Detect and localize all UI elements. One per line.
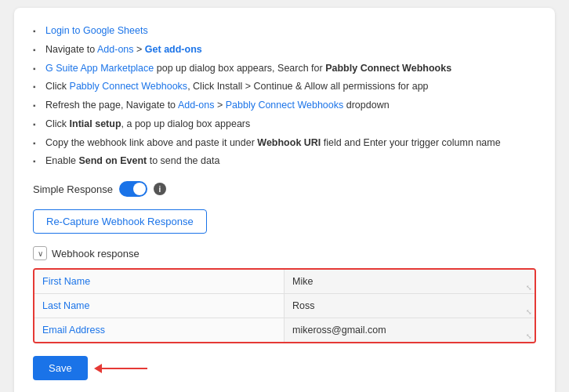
info-icon[interactable]: i — [154, 183, 166, 195]
simple-response-row: Simple Response i — [33, 181, 536, 197]
field-value-first-name[interactable]: Mike ⤡ — [284, 270, 535, 293]
recapture-webhook-button[interactable]: Re-Capture Webhook Response — [33, 209, 207, 234]
webhook-uri-bold: Webhook URI — [257, 137, 321, 148]
pabbly-link[interactable]: Pabbly Connect Webhooks — [70, 81, 188, 92]
send-text: to send the data — [147, 155, 219, 166]
dropdown-text: dropdown — [343, 100, 389, 111]
list-item: Copy the webhook link above and paste it… — [33, 136, 536, 151]
send-on-event-bold: Send on Event — [78, 155, 147, 166]
field-label-email: Email Address — [34, 318, 284, 342]
table-row: Email Address mikeross@gmail.com ⤡ — [34, 318, 535, 342]
gsuite-link[interactable]: G Suite App Marketplace — [45, 63, 154, 74]
pabbly-bold: Pabbly Connect Webhooks — [325, 63, 451, 74]
popup-text2: , a pop up dialog box appears — [121, 118, 251, 129]
list-item: Click Intial setup, a pop up dialog box … — [33, 117, 536, 132]
main-card: Login to Google Sheets Navigate to Add-o… — [14, 8, 555, 392]
enable-text: Enable — [45, 155, 78, 166]
nav-text: Navigate to — [45, 44, 97, 55]
install-text: , Click Install > Continue & Allow all p… — [187, 81, 428, 92]
addons-link2[interactable]: Add-ons — [178, 100, 215, 111]
webhook-section: ∨ Webhook response First Name Mike ⤡ Las… — [33, 246, 536, 343]
simple-response-toggle[interactable] — [119, 181, 147, 197]
field-value-email[interactable]: mikeross@gmail.com ⤡ — [284, 318, 535, 342]
save-button[interactable]: Save — [33, 356, 88, 380]
list-item: Enable Send on Event to send the data — [33, 154, 536, 169]
field-value-last-name[interactable]: Ross ⤡ — [284, 294, 535, 318]
list-item: Refresh the page, Navigate to Add-ons > … — [33, 98, 536, 113]
list-item: Click Pabbly Connect Webhooks, Click Ins… — [33, 79, 536, 94]
chevron-down-icon[interactable]: ∨ — [33, 246, 47, 260]
field-label-first-name: First Name — [34, 270, 284, 293]
click-text2: Click — [45, 118, 70, 129]
arrow-indicator — [100, 368, 147, 369]
resize-handle: ⤡ — [526, 308, 532, 316]
popup-text: pop up dialog box appears, Search for — [154, 63, 325, 74]
refresh-text: Refresh the page, Navigate to — [45, 100, 178, 111]
list-item: Navigate to Add-ons > Get add-ons — [33, 42, 536, 57]
webhook-header-label: Webhook response — [52, 248, 140, 260]
click-text: Click — [45, 81, 70, 92]
arrow-icon — [100, 368, 147, 369]
list-item: Login to Google Sheets — [33, 24, 536, 38]
login-link[interactable]: Login to Google Sheets — [45, 25, 148, 36]
field-text: field and Enter your trigger column name — [321, 137, 500, 148]
table-row: First Name Mike ⤡ — [34, 270, 535, 294]
pabbly-link2[interactable]: Pabbly Connect Webhooks — [226, 100, 344, 111]
resize-handle: ⤡ — [526, 332, 532, 340]
field-label-last-name: Last Name — [34, 294, 284, 318]
get-addons-link[interactable]: Get add-ons — [145, 44, 202, 55]
addons-link[interactable]: Add-ons — [97, 44, 134, 55]
list-item: G Suite App Marketplace pop up dialog bo… — [33, 61, 536, 76]
table-row: Last Name Ross ⤡ — [34, 294, 535, 318]
arrow-text: > — [134, 44, 145, 55]
instructions-list: Login to Google Sheets Navigate to Add-o… — [33, 24, 536, 169]
webhook-table: First Name Mike ⤡ Last Name Ross ⤡ Email… — [33, 268, 536, 343]
simple-response-label: Simple Response — [33, 183, 113, 195]
webhook-header: ∨ Webhook response — [33, 246, 536, 260]
arrow-text2: > — [214, 100, 225, 111]
save-row: Save — [33, 356, 536, 380]
copy-text: Copy the webhook link above and paste it… — [45, 137, 257, 148]
initial-setup-bold: Intial setup — [70, 118, 121, 129]
resize-handle: ⤡ — [526, 284, 532, 292]
